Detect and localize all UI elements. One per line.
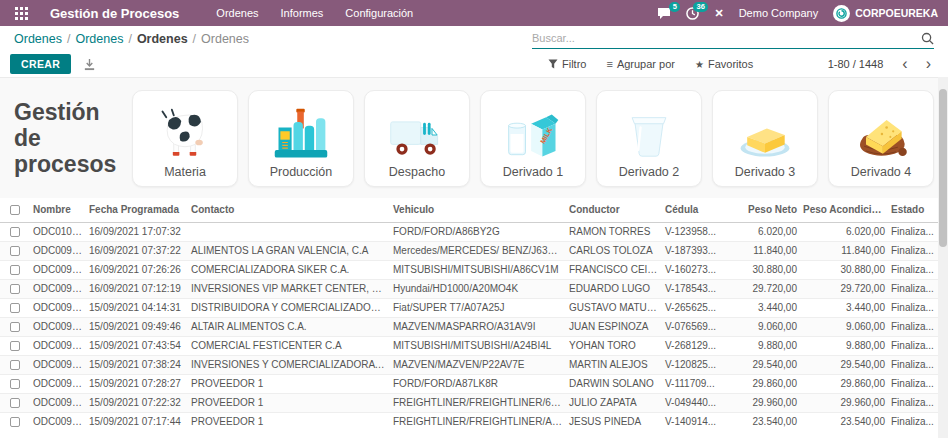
table-row[interactable]: ODC0101316/09/2021 17:07:32FORD/FORD/A86… — [0, 222, 938, 241]
cell-contacto: COMERCIALIZADORA SIKER C.A. — [188, 260, 390, 279]
row-checkbox[interactable] — [10, 227, 20, 237]
table-row[interactable]: ODC0097916/09/2021 07:26:26COMERCIALIZAD… — [0, 260, 938, 279]
row-select-cell — [0, 279, 30, 298]
row-checkbox[interactable] — [10, 379, 20, 389]
cell-peso-acondicionado: 29.860,00 — [800, 374, 888, 393]
pager-range[interactable]: 1-80 / 1448 — [828, 58, 884, 70]
row-select-cell — [0, 336, 30, 355]
export-download-icon[interactable] — [83, 58, 96, 71]
cell-conductor: JESUS PINEDA — [566, 412, 662, 431]
cell-cedula: V-140914... — [662, 412, 728, 431]
column-header-estado[interactable]: Estado — [888, 198, 938, 222]
app-title[interactable]: Gestión de Procesos — [50, 6, 179, 21]
row-checkbox[interactable] — [10, 341, 20, 351]
row-checkbox[interactable] — [10, 265, 20, 275]
cell-contacto — [188, 222, 390, 241]
card-derivado-3[interactable]: Derivado 3 — [712, 90, 818, 187]
row-checkbox[interactable] — [10, 398, 20, 408]
cell-vehiculo: MAZVEN/MAZVEN/P22AV7E — [390, 355, 566, 374]
user-menu[interactable]: CORPOEUREKA — [833, 5, 938, 22]
column-header-vehiculo[interactable]: Vehiculo — [390, 198, 566, 222]
row-checkbox[interactable] — [10, 322, 20, 332]
breadcrumb-item-1[interactable]: Ordenes — [14, 32, 62, 46]
cell-nombre: ODC01013 — [30, 222, 86, 241]
column-header-nombre[interactable]: Nombre — [30, 198, 86, 222]
card-materia[interactable]: Materia — [132, 90, 238, 187]
card-derivado-1[interactable]: MILK Derivado 1 — [480, 90, 586, 187]
menu-item-informes[interactable]: Informes — [270, 0, 335, 26]
create-button[interactable]: CREAR — [10, 54, 71, 74]
breadcrumb-item-3[interactable]: Ordenes — [137, 32, 188, 46]
breadcrumb-item-2[interactable]: Ordenes — [75, 32, 123, 46]
column-header-contacto[interactable]: Contacto — [188, 198, 390, 222]
search-icon[interactable] — [921, 32, 934, 45]
row-checkbox[interactable] — [10, 246, 20, 256]
row-select-cell — [0, 298, 30, 317]
table-row[interactable]: ODC0096615/09/2021 07:28:27PROVEEDOR 1FO… — [0, 374, 938, 393]
cell-conductor: GUSTAVO MATUTE — [566, 298, 662, 317]
table-row[interactable]: ODC0096915/09/2021 09:49:46ALTAIR ALIMEN… — [0, 317, 938, 336]
apps-grid-icon[interactable] — [10, 2, 32, 24]
column-header-fecha-programada[interactable]: Fecha Programada — [86, 198, 188, 222]
card-label: Derivado 1 — [503, 165, 563, 179]
table-row[interactable]: ODC0098016/09/2021 07:37:22ALIMENTOS LA … — [0, 241, 938, 260]
column-header-peso-neto[interactable]: Peso Neto — [728, 198, 800, 222]
card-derivado-4[interactable]: Derivado 4 — [828, 90, 934, 187]
cell-peso-neto: 29.720,00 — [728, 279, 800, 298]
scrollbar-thumb[interactable] — [939, 89, 947, 247]
table-row[interactable]: ODC0097816/09/2021 07:12:19INVERSIONES V… — [0, 279, 938, 298]
row-checkbox[interactable] — [10, 303, 20, 313]
cell-peso-neto: 29.540,00 — [728, 355, 800, 374]
table-row[interactable]: ODC0097115/09/2021 04:14:31DISTRIBUIDORA… — [0, 298, 938, 317]
card-produccion[interactable]: Producción — [248, 90, 354, 187]
cell-conductor: JULIO ZAPATA — [566, 393, 662, 412]
table-row[interactable]: ODC0096815/09/2021 07:43:54COMERCIAL FES… — [0, 336, 938, 355]
cell-estado: Finaliza... — [888, 241, 938, 260]
activities-clock-icon[interactable]: 36 — [686, 7, 699, 20]
activities-badge: 36 — [693, 2, 708, 12]
column-header-conductor[interactable]: Conductor — [566, 198, 662, 222]
cell-estado: Finaliza... — [888, 355, 938, 374]
group-by-button[interactable]: ≡ Agrupar por — [606, 58, 675, 70]
cell-peso-neto: 29.860,00 — [728, 374, 800, 393]
column-header-cedula[interactable]: Cédula — [662, 198, 728, 222]
table-row[interactable]: ODC0096715/09/2021 07:38:24INVERSIONES Y… — [0, 355, 938, 374]
cell-conductor: EDUARDO LUGO — [566, 279, 662, 298]
cell-cedula: V-123958... — [662, 222, 728, 241]
row-select-cell — [0, 222, 30, 241]
table-row[interactable]: ODC0096415/09/2021 07:17:44PROVEEDOR 1FR… — [0, 412, 938, 431]
table-row[interactable]: ODC0096515/09/2021 07:22:32PROVEEDOR 1FR… — [0, 393, 938, 412]
menu-item-configuracion[interactable]: Configuración — [334, 0, 424, 26]
card-label: Despacho — [389, 165, 445, 179]
process-cards: Materia Producción — [132, 90, 934, 187]
vertical-scrollbar — [938, 77, 948, 438]
close-icon[interactable]: ✕ — [714, 7, 723, 20]
card-derivado-2[interactable]: Derivado 2 — [596, 90, 702, 187]
filter-button[interactable]: Filtro — [548, 58, 586, 70]
select-all-checkbox[interactable] — [10, 205, 20, 215]
favorites-button[interactable]: ★ Favoritos — [695, 58, 753, 70]
cell-conductor: MARTIN ALEJOS — [566, 355, 662, 374]
menu-item-ordenes[interactable]: Ordenes — [205, 0, 269, 26]
row-checkbox[interactable] — [10, 417, 20, 427]
search-options: Filtro ≡ Agrupar por ★ Favoritos — [548, 58, 753, 70]
cell-cedula: V-160273... — [662, 260, 728, 279]
messages-icon[interactable]: 5 — [657, 7, 671, 19]
column-header-peso-acondicionado[interactable]: Peso Acondiciona... — [800, 198, 888, 222]
row-checkbox[interactable] — [10, 360, 20, 370]
pager-next-icon[interactable]: › — [919, 56, 938, 72]
cow-illustration — [155, 108, 215, 162]
cell-peso-acondicionado: 9.060,00 — [800, 317, 888, 336]
pager-previous-icon[interactable]: ‹ — [895, 56, 914, 72]
cell-cedula: V-265625... — [662, 298, 728, 317]
cell-contacto: PROVEEDOR 1 — [188, 393, 390, 412]
company-switcher[interactable]: Demo Company — [739, 7, 818, 19]
orders-table-body: ODC0101316/09/2021 17:07:32FORD/FORD/A86… — [0, 222, 938, 431]
cell-fecha-programada: 15/09/2021 07:22:32 — [86, 393, 188, 412]
card-despacho[interactable]: Despacho — [364, 90, 470, 187]
cell-fecha-programada: 16/09/2021 07:26:26 — [86, 260, 188, 279]
row-checkbox[interactable] — [10, 284, 20, 294]
cell-nombre: ODC00964 — [30, 412, 86, 431]
search-input[interactable] — [532, 32, 921, 44]
cell-cedula: V-268129... — [662, 336, 728, 355]
